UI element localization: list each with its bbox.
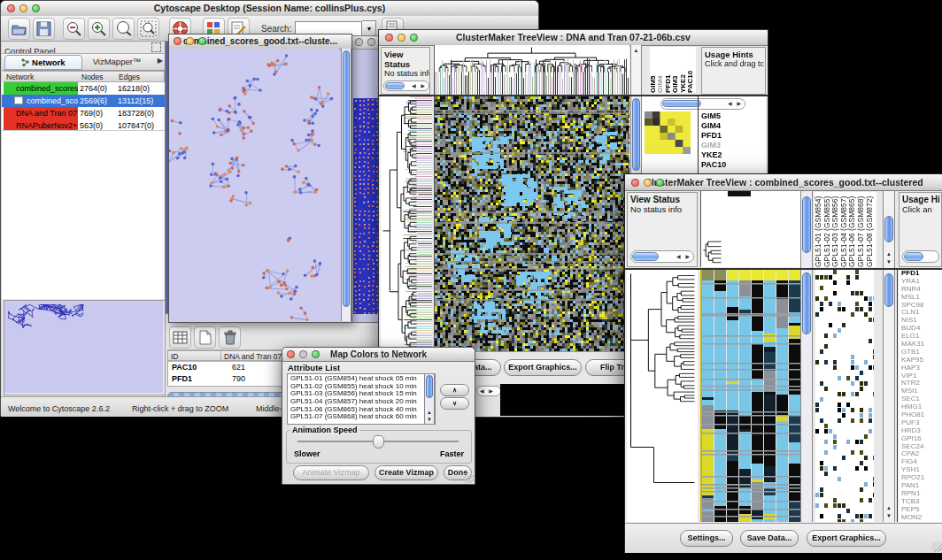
usage-hints-hscrollbar[interactable] bbox=[902, 250, 939, 263]
column-label[interactable]: GIM3 bbox=[672, 47, 679, 93]
zoom-button[interactable] bbox=[198, 37, 206, 45]
speed-slider-thumb[interactable] bbox=[373, 435, 384, 449]
attribute-select-icon[interactable] bbox=[169, 326, 191, 349]
gene-label[interactable]: PFD1 bbox=[699, 131, 765, 141]
export-graphics-button[interactable]: Export Graphics... bbox=[807, 530, 886, 547]
gene-label[interactable]: GIM4 bbox=[699, 121, 765, 131]
column-label[interactable]: PAC10 bbox=[687, 47, 694, 93]
attribute-list-item[interactable]: GPL51-06 (GSM865) heat shock 40 min bbox=[288, 406, 435, 414]
minimize-button[interactable] bbox=[19, 4, 27, 12]
zoom-fit-icon[interactable] bbox=[137, 18, 159, 40]
close-button[interactable] bbox=[287, 350, 295, 358]
main-titlebar[interactable]: Cytoscape Desktop (Session Name: collins… bbox=[1, 1, 538, 17]
column-dendrogram-canvas[interactable] bbox=[700, 191, 800, 267]
network-nodes: 2764(0) bbox=[80, 82, 117, 95]
treeview1-top-scroll-strip[interactable]: ▲ bbox=[630, 45, 642, 95]
gene-label[interactable]: MON2 bbox=[899, 514, 942, 522]
column-header[interactable]: Edges bbox=[116, 71, 165, 82]
selection-heatmap-canvas[interactable] bbox=[815, 270, 874, 522]
tab-network[interactable]: Network bbox=[4, 55, 82, 70]
zoom-button[interactable] bbox=[656, 179, 664, 187]
row-dendrogram-canvas[interactable] bbox=[381, 96, 432, 351]
attribute-list-item[interactable]: GPL51-07 (GSM868) heat shock 60 min bbox=[288, 413, 435, 421]
network-overview-panel[interactable] bbox=[4, 300, 166, 395]
data-column-header[interactable]: ID bbox=[168, 350, 221, 361]
animation-speed-label: Animation Speed bbox=[290, 426, 359, 434]
minimize-button[interactable] bbox=[299, 350, 307, 358]
close-button[interactable] bbox=[7, 4, 15, 12]
attribute-list-item[interactable]: GPL51-01 (GSM854) heat shock 05 min bbox=[288, 375, 435, 383]
tab-vizmapper[interactable]: VizMapper™ bbox=[84, 55, 150, 68]
search-dropdown-button[interactable]: ▼ bbox=[362, 20, 376, 37]
zoom-in-icon[interactable] bbox=[88, 18, 110, 40]
network-table-row[interactable]: DNA and Tran 07 769(0) 183728(0) bbox=[2, 107, 165, 119]
view-status-hscrollbar[interactable]: ◀ ▶ bbox=[630, 250, 694, 263]
zoom-out-icon[interactable] bbox=[63, 18, 85, 40]
attribute-list-item[interactable]: GPL51-03 (GSM856) heat shock 15 min bbox=[288, 390, 435, 398]
column-header[interactable]: Nodes bbox=[79, 71, 117, 82]
minimize-button[interactable] bbox=[644, 179, 652, 187]
attribute-row-value: 790 bbox=[232, 373, 245, 385]
status-zoom-hint: Right-click + drag to ZOOM bbox=[132, 404, 228, 413]
network-table-row[interactable]: combined_sco 2569(6) 13112(15) bbox=[2, 95, 165, 107]
attribute-row-id: PAC10 bbox=[172, 362, 197, 373]
tab-overflow-arrow[interactable]: ▶ bbox=[158, 57, 163, 65]
network-name: combined_scores bbox=[4, 82, 78, 95]
gene-label[interactable]: PAC10 bbox=[699, 160, 765, 170]
similarity-heatmap-canvas[interactable] bbox=[645, 111, 691, 154]
resize-grip[interactable] bbox=[464, 473, 474, 483]
attribute-list[interactable]: GPL51-01 (GSM854) heat shock 05 minGPL51… bbox=[287, 373, 436, 425]
view-status-hscrollbar[interactable]: ◀ ▶ bbox=[383, 81, 429, 91]
network-overview-canvas[interactable] bbox=[4, 301, 163, 393]
treeview2-usage-hints: Usage Hi Click an bbox=[899, 192, 942, 267]
minimize-button[interactable] bbox=[367, 38, 375, 46]
gene-label[interactable]: YKE2 bbox=[699, 150, 765, 160]
heatmap-canvas[interactable] bbox=[434, 96, 629, 351]
animate-vizmap-button[interactable]: Animate Vizmap bbox=[293, 465, 369, 480]
minimize-button[interactable] bbox=[398, 34, 405, 42]
attribute-list-scrollbar[interactable]: ▲▼ bbox=[424, 374, 435, 424]
row-dendrogram-canvas[interactable] bbox=[627, 270, 698, 522]
float-panel-icon[interactable] bbox=[151, 42, 161, 52]
zoom-selected-icon[interactable] bbox=[112, 18, 135, 40]
treeview2-view-status: View Status No status info ◀ ▶ bbox=[627, 192, 698, 267]
column-header[interactable]: Network bbox=[4, 71, 80, 82]
treeview1-mini-hscrollbar[interactable]: ◀ ▶ bbox=[660, 98, 745, 110]
network-table-row[interactable]: combined_scores 2764(0) 16218(0) bbox=[2, 82, 165, 95]
attribute-list-item[interactable]: GPL51-04 (GSM857) heat shock 20 min bbox=[288, 398, 435, 406]
new-attribute-icon[interactable] bbox=[194, 326, 216, 349]
move-up-button[interactable]: ∧ bbox=[440, 384, 469, 396]
close-button[interactable] bbox=[631, 179, 639, 187]
treeview2-labels-scrollbar[interactable]: ▲▼ bbox=[883, 191, 895, 268]
resize-grip[interactable] bbox=[932, 542, 942, 552]
save-data-button[interactable]: Save Data... bbox=[740, 530, 799, 547]
network-canvas[interactable] bbox=[169, 49, 339, 321]
delete-attribute-icon[interactable] bbox=[219, 326, 241, 349]
close-button[interactable] bbox=[385, 34, 393, 42]
save-session-icon[interactable] bbox=[33, 18, 55, 40]
treeview1-bottom-hscrollbar[interactable]: ◀ ▶ bbox=[476, 386, 501, 396]
treeview2-genes-scrollbar[interactable]: ▲▼ bbox=[883, 270, 895, 522]
heatmap-canvas[interactable] bbox=[700, 270, 801, 522]
column-label[interactable]: GPL51-08 (GSM872) bbox=[866, 192, 875, 267]
treeview2-top-vscrollbar[interactable] bbox=[800, 191, 813, 268]
gene-label[interactable]: GIM3 bbox=[699, 141, 765, 150]
open-session-icon[interactable] bbox=[8, 18, 30, 40]
treeview2-vscrollbar[interactable] bbox=[800, 270, 813, 522]
slower-label: Slower bbox=[294, 449, 320, 458]
treeview1-usage-hints: Usage Hints Click and drag tc bbox=[701, 47, 766, 95]
move-down-button[interactable]: ∨ bbox=[440, 397, 469, 410]
zoom-button[interactable] bbox=[410, 34, 418, 42]
column-dendrogram-canvas[interactable] bbox=[434, 45, 629, 95]
zoom-button[interactable] bbox=[312, 350, 320, 358]
close-button[interactable] bbox=[355, 38, 363, 46]
export-graphics-button[interactable]: Export Graphics... bbox=[504, 359, 582, 376]
minimize-button[interactable] bbox=[186, 37, 194, 45]
settings-button[interactable]: Settings... bbox=[680, 530, 733, 547]
zoom-button[interactable] bbox=[32, 4, 40, 12]
create-vizmap-button[interactable]: Create Vizmap bbox=[374, 465, 438, 480]
gene-label[interactable]: GIM5 bbox=[699, 111, 765, 121]
attribute-list-item[interactable]: GPL51-02 (GSM855) heat shock 10 min bbox=[288, 383, 435, 391]
network-vscrollbar[interactable] bbox=[341, 49, 351, 321]
close-button[interactable] bbox=[174, 37, 181, 45]
